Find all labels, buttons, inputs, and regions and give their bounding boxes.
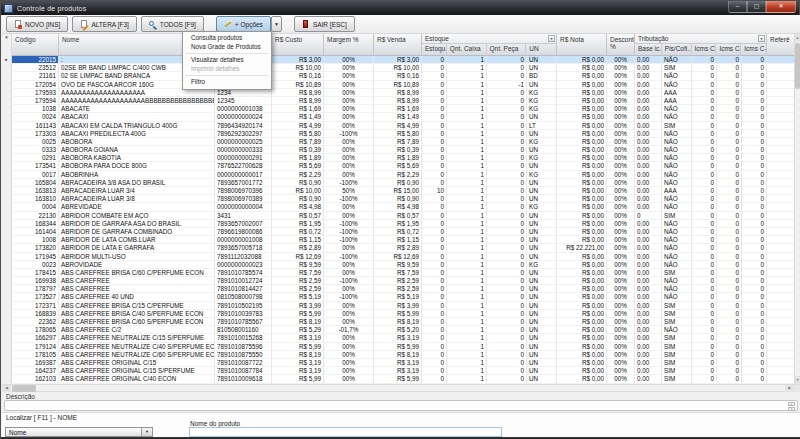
cell-base[interactable]: 0.00 [635, 261, 662, 269]
table-row[interactable]: 178415ABS CAREFREE BRISA C/60 C/PERFUME … [2, 269, 796, 277]
cell-peca[interactable]: 0 [487, 64, 527, 72]
table-row[interactable]: 0017ABOBRINHA0000000000017R$ 2,2900%R$ 2… [2, 171, 796, 179]
cell-nota[interactable]: R$ 0,00 [557, 253, 607, 261]
cell-caixa[interactable]: 1 [447, 334, 487, 342]
cell-un[interactable]: UN [527, 351, 557, 359]
cell-nota[interactable]: R$ 0,00 [557, 310, 607, 318]
cell-desconto[interactable]: 00% [607, 220, 635, 228]
cell-desconto[interactable]: 00% [607, 64, 635, 72]
cell-nome[interactable]: ABRACADEIRA LUAR 3/4 [59, 187, 215, 195]
cell-icms2[interactable]: 0 [717, 113, 742, 121]
cell-peca[interactable]: -1 [487, 81, 527, 89]
table-row[interactable]: 178065ABS CAREFREE C/2810508001160R$ 5,2… [2, 326, 796, 334]
cell-venda[interactable]: R$ 15,00 [374, 187, 422, 195]
cell-icms1[interactable]: 0 [692, 302, 717, 310]
cell-nota[interactable]: R$ 0,00 [557, 154, 607, 162]
cell-nome[interactable]: ABRIDOR MULTI-USO [59, 253, 215, 261]
cell-margem[interactable]: -100% [324, 253, 374, 261]
table-row[interactable]: 168839ABS CAREFREE BRISA C/40 S/PERFUME … [2, 310, 796, 318]
table-row[interactable]: 163810ABRACADEIRA LUAR 3/87898006970389R… [2, 195, 796, 203]
cell-caixa[interactable]: 1 [447, 179, 487, 187]
horizontal-scrollbar[interactable]: ◀ ▶ [2, 384, 800, 392]
cell-refere[interactable] [767, 187, 796, 195]
cell-icms3[interactable]: 0 [742, 122, 767, 130]
cell-icms2[interactable]: 0 [717, 351, 742, 359]
header-un[interactable]: UN [526, 44, 556, 56]
cell-pis[interactable]: NÃO [662, 203, 692, 211]
cell-codigo[interactable]: 161143 [12, 122, 59, 130]
cell-caixa[interactable]: 1 [447, 375, 487, 383]
cell-custo[interactable]: R$ 1,69 [272, 105, 324, 113]
cell-codigo[interactable]: 173541 [12, 162, 59, 170]
cell-refere[interactable] [767, 171, 796, 179]
cell-caixa[interactable]: 1 [447, 220, 487, 228]
cell-barcode[interactable]: 7893657002007 [215, 220, 272, 228]
cell-margem[interactable]: 00% [324, 351, 374, 359]
cell-pis[interactable]: NÃO [662, 293, 692, 301]
header-qnt-caixa[interactable]: Qnt. Caixa [447, 44, 487, 56]
cell-icms1[interactable]: 0 [692, 171, 717, 179]
cell-nota[interactable]: R$ 0,00 [557, 220, 607, 228]
table-row[interactable]: 179593AAAAAAAAAAAAAAAAAAAA1234R$ 8,9900%… [2, 89, 796, 97]
cell-custo[interactable]: R$ 5,19 [272, 293, 324, 301]
cell-barcode[interactable]: 0000000000017 [215, 171, 272, 179]
cell-peca[interactable]: 0 [487, 212, 527, 220]
cell-estoque[interactable]: 0 [422, 326, 447, 334]
row-indicator[interactable] [2, 351, 12, 359]
cell-icms2[interactable]: 0 [717, 97, 742, 105]
cell-margem[interactable]: 00% [324, 171, 374, 179]
cell-un[interactable]: UN [527, 228, 557, 236]
cell-venda[interactable]: R$ 8,19 [374, 351, 422, 359]
cell-estoque[interactable]: 0 [422, 285, 447, 293]
cell-desconto[interactable]: 00% [607, 310, 635, 318]
cell-pis[interactable]: NÃO [662, 171, 692, 179]
cell-desconto[interactable]: 00% [607, 162, 635, 170]
cell-venda[interactable]: R$ 5,80 [374, 130, 422, 138]
cell-refere[interactable] [767, 56, 796, 64]
cell-venda[interactable]: R$ 0,90 [374, 195, 422, 203]
row-indicator[interactable] [2, 97, 12, 105]
table-row[interactable]: 171945ABRIDOR MULTI-USO7891112032088R$ 1… [2, 253, 796, 261]
table-row[interactable]: 173541ABOBORA PARA DOCE 800G787652270062… [2, 162, 796, 170]
cell-desconto[interactable]: 00% [607, 203, 635, 211]
row-indicator[interactable] [2, 122, 12, 130]
row-indicator[interactable] [2, 367, 12, 375]
cell-nota[interactable]: R$ 0,00 [557, 351, 607, 359]
cell-icms1[interactable]: 0 [692, 113, 717, 121]
cell-margem[interactable]: -01,7% [324, 326, 374, 334]
cell-margem[interactable]: 00% [324, 318, 374, 326]
cell-codigo[interactable]: 179124 [12, 343, 59, 351]
cell-venda[interactable]: R$ 5,99 [374, 375, 422, 383]
cell-desconto[interactable]: 00% [607, 187, 635, 195]
cell-refere[interactable] [767, 162, 796, 170]
cell-nome[interactable]: ABOBORA GOIANA [59, 146, 215, 154]
cell-refere[interactable] [767, 138, 796, 146]
cell-pis[interactable]: NÃO [662, 244, 692, 252]
cell-icms2[interactable]: 0 [717, 244, 742, 252]
cell-peca[interactable]: 0 [487, 261, 527, 269]
cell-un[interactable]: KG [527, 89, 557, 97]
row-indicator[interactable] [2, 130, 12, 138]
cell-barcode[interactable]: 0000000000004 [215, 203, 272, 211]
cell-refere[interactable] [767, 236, 796, 244]
cell-desconto[interactable]: 00% [607, 138, 635, 146]
row-indicator[interactable] [2, 72, 12, 80]
cell-icms3[interactable]: 0 [742, 244, 767, 252]
cell-peca[interactable]: 0 [487, 293, 527, 301]
cell-icms2[interactable]: 0 [717, 375, 742, 383]
table-row[interactable]: 1008ABRIDOR DE LATA COMB.LUAR00000000010… [2, 236, 796, 244]
cell-estoque[interactable]: 0 [422, 113, 447, 121]
cell-pis[interactable]: SIM [662, 269, 692, 277]
table-row[interactable]: 2116102 SE LIMPAC BAND BRANCAR$ 0,1600%R… [2, 72, 796, 80]
row-indicator[interactable] [2, 228, 12, 236]
cell-nota[interactable]: R$ 0,00 [557, 236, 607, 244]
cell-un[interactable]: UN [527, 56, 557, 64]
cell-estoque[interactable]: 0 [422, 171, 447, 179]
cell-base[interactable]: 0.00 [635, 64, 662, 72]
cell-codigo[interactable]: 178797 [12, 285, 59, 293]
cell-icms3[interactable]: 0 [742, 253, 767, 261]
cell-nome[interactable]: ABREVIDADE [59, 203, 215, 211]
cell-desconto[interactable]: 00% [607, 171, 635, 179]
cell-un[interactable]: UN [527, 244, 557, 252]
cell-pis[interactable]: NÃO [662, 138, 692, 146]
